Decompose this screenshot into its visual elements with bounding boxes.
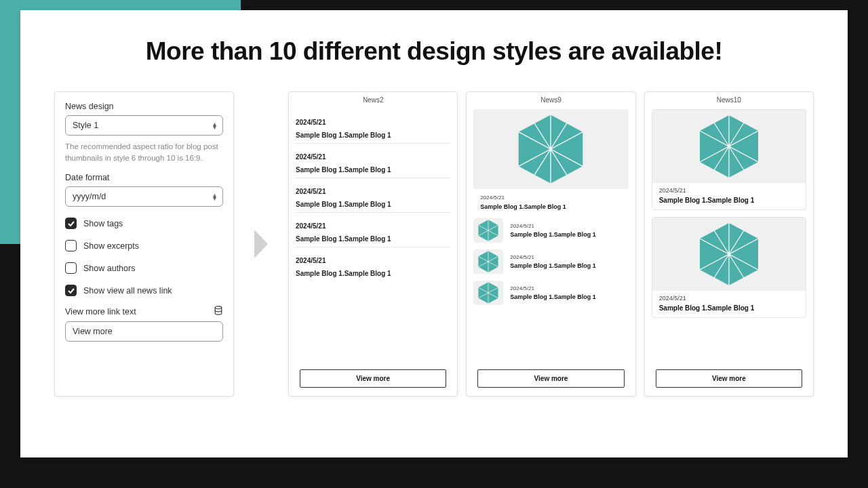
item-date: 2024/5/21 [296,188,450,195]
item-date: 2024/5/21 [296,257,450,264]
list-item[interactable]: 2024/5/21 Sample Blog 1.Sample Blog 1 [473,248,628,275]
style-hint-text: The recommended aspect ratio for blog po… [65,141,223,163]
news-design-label: News design [65,102,223,111]
show-excerpts-option[interactable]: Show excerpts [65,235,223,257]
show-viewall-option[interactable]: Show view all news link [65,279,223,302]
featured-item[interactable]: 2024/5/21 Sample Blog 1.Sample Blog 1 [473,109,628,211]
item-date: 2024/5/21 [480,195,621,201]
card-item[interactable]: 2024/5/21 Sample Blog 1.Sample Blog 1 [652,217,806,318]
page-title: More than 10 different design styles are… [54,37,814,66]
date-format-select[interactable]: ▴▾ [65,186,223,207]
checkbox-unchecked-icon [65,240,77,251]
settings-panel: News design ▴▾ The recommended aspect ra… [54,92,234,396]
select-caret-icon: ▴▾ [213,122,216,129]
list-item[interactable]: 2024/5/21 Sample Blog 1.Sample Blog 1 [296,148,450,178]
date-format-label: Date format [65,173,223,182]
show-excerpts-label: Show excerpts [83,241,139,251]
view-more-button[interactable]: View more [656,369,802,388]
item-date: 2024/5/21 [510,223,596,229]
style-select-input[interactable] [65,115,223,136]
item-title: Sample Blog 1.Sample Blog 1 [296,270,450,277]
item-date: 2024/5/21 [296,153,450,161]
item-title: Sample Blog 1.Sample Blog 1 [480,203,621,210]
svg-point-0 [215,306,222,309]
preview-body: 2024/5/21 Sample Blog 1.Sample Blog 1 20… [467,106,635,365]
thumbnail-placeholder [652,110,806,183]
preview-news2: News2 2024/5/21 Sample Blog 1.Sample Blo… [288,92,458,396]
preview-title: News10 [645,92,813,106]
checkbox-unchecked-icon [65,262,77,274]
thumbnail-placeholder [473,249,503,274]
show-viewall-label: Show view all news link [83,286,172,296]
thumbnail-placeholder [473,109,628,189]
item-date: 2024/5/21 [296,222,450,230]
checkbox-checked-icon [65,285,77,296]
item-title: Sample Blog 1.Sample Blog 1 [296,201,450,208]
database-icon[interactable] [214,306,223,317]
view-more-input[interactable] [65,321,223,342]
main-card: More than 10 different design styles are… [20,10,848,458]
item-date: 2024/5/21 [510,254,596,260]
item-title: Sample Blog 1.Sample Blog 1 [510,262,596,269]
preview-title: News9 [467,92,635,106]
card-item[interactable]: 2024/5/21 Sample Blog 1.Sample Blog 1 [652,109,806,210]
list-item[interactable]: 2024/5/21 Sample Blog 1.Sample Blog 1 [296,217,450,247]
view-more-label: View more link text [65,307,136,317]
view-more-button[interactable]: View more [477,369,624,388]
item-date: 2024/5/21 [659,295,799,302]
preview-news9: News9 2024/5/21 Sample Blog 1.Sample Blo… [466,92,635,396]
item-date: 2024/5/21 [296,119,450,126]
show-tags-option[interactable]: Show tags [65,212,223,235]
item-date: 2024/5/21 [659,187,799,194]
item-date: 2024/5/21 [510,285,596,291]
date-format-input[interactable] [65,186,223,207]
item-title: Sample Blog 1.Sample Blog 1 [296,235,450,243]
item-title: Sample Blog 1.Sample Blog 1 [296,166,450,174]
select-caret-icon: ▴▾ [213,193,216,200]
thumbnail-placeholder [473,218,503,243]
item-title: Sample Blog 1.Sample Blog 1 [510,293,596,300]
thumbnail-placeholder [473,281,503,305]
list-item[interactable]: 2024/5/21 Sample Blog 1.Sample Blog 1 [473,279,628,306]
view-more-button[interactable]: View more [300,369,446,388]
preview-news10: News10 2024/5/21 Sample Blog 1.Sample Bl… [644,92,814,396]
thumbnail-placeholder [652,218,806,291]
show-tags-label: Show tags [83,219,123,228]
list-item[interactable]: 2024/5/21 Sample Blog 1.Sample Blog 1 [296,251,450,281]
preview-body: 2024/5/21 Sample Blog 1.Sample Blog 1 20… [289,106,457,365]
preview-title: News2 [289,92,457,106]
item-title: Sample Blog 1.Sample Blog 1 [659,197,799,204]
list-item[interactable]: 2024/5/21 Sample Blog 1.Sample Blog 1 [296,182,450,213]
arrow-separator [242,92,280,396]
list-item[interactable]: 2024/5/21 Sample Blog 1.Sample Blog 1 [473,217,628,244]
preview-body: 2024/5/21 Sample Blog 1.Sample Blog 1 20… [645,106,813,365]
show-authors-label: Show authors [83,264,135,273]
show-authors-option[interactable]: Show authors [65,257,223,279]
list-item[interactable]: 2024/5/21 Sample Blog 1.Sample Blog 1 [296,113,450,144]
item-title: Sample Blog 1.Sample Blog 1 [659,304,799,312]
checkbox-checked-icon [65,218,77,229]
style-select[interactable]: ▴▾ [65,115,223,136]
item-title: Sample Blog 1.Sample Blog 1 [296,131,450,139]
content-columns: News design ▴▾ The recommended aspect ra… [54,92,814,396]
item-title: Sample Blog 1.Sample Blog 1 [510,231,596,238]
